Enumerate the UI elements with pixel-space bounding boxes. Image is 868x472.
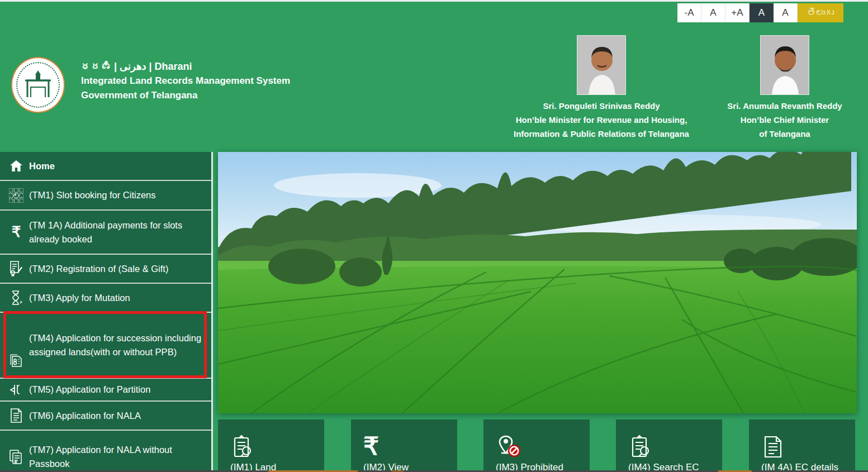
- browser-top-strip: [0, 0, 868, 2]
- font-size-controls: -A A +A A A తెలుగు: [677, 3, 843, 22]
- chief-minister-role-2: of Telangana: [700, 127, 868, 141]
- rupee-icon: ₹: [6, 223, 27, 241]
- font-decrease-button[interactable]: -A: [677, 3, 701, 22]
- sidebar-item-label: (TM6) Application for NALA: [27, 409, 141, 423]
- site-subtitle: Integrated Land Records Management Syste…: [81, 74, 290, 88]
- site-government: Government of Telangana: [81, 88, 290, 103]
- sidebar-item-label: (TM7) Application for NALA without Passb…: [27, 443, 202, 471]
- contrast-dark-button[interactable]: A: [750, 3, 774, 22]
- sidebar-item-label: (TM 1A) Additional payments for slots al…: [27, 218, 202, 246]
- sidebar-item-label: (TM4) Application for succession includi…: [27, 331, 202, 359]
- minister-revenue-name: Sri. Ponguleti Srinivas Reddy: [497, 99, 705, 113]
- card-im1-land[interactable]: (IM1) Land: [218, 419, 324, 472]
- clipboard-search-icon: [628, 434, 654, 462]
- chief-minister-role-1: Hon’ble Chief Minister: [700, 113, 868, 127]
- sidebar-menu: Home (TM1) Slot booking for Citizens ₹ (…: [0, 152, 213, 472]
- sidebar-item-tm5-partition[interactable]: (TM5) Application for Partition: [0, 379, 211, 402]
- succession-document-icon: [6, 354, 27, 374]
- font-normal-button[interactable]: A: [701, 3, 725, 22]
- document-lines-icon: [761, 434, 786, 462]
- telangana-government-logo[interactable]: [11, 57, 65, 113]
- hero-field-image: [218, 152, 857, 413]
- stacked-documents-icon: [6, 449, 27, 465]
- site-title: ధరణి | دهرنى | Dharani: [81, 59, 290, 74]
- chief-minister-portrait: [761, 36, 809, 95]
- telugu-language-button[interactable]: తెలుగు: [798, 3, 843, 22]
- sidebar-item-label: Home: [27, 159, 55, 173]
- home-icon: [6, 160, 27, 172]
- card-im3-prohibited[interactable]: (IM3) Prohibited: [483, 419, 590, 472]
- minister-revenue-caption: Sri. Ponguleti Srinivas Reddy Hon’ble Mi…: [497, 99, 705, 141]
- paddy-field-illustration: [218, 152, 857, 413]
- chief-minister-photo: [760, 35, 809, 95]
- sidebar-item-label: (TM3) Apply for Mutation: [27, 291, 130, 305]
- document-icon: [6, 408, 27, 423]
- sidebar-item-tm1a-additional-payments[interactable]: ₹ (TM 1A) Additional payments for slots …: [0, 211, 211, 255]
- minister-revenue-role-1: Hon’ble Minister for Revenue and Housing…: [497, 113, 705, 127]
- slot-grid-icon: [6, 188, 27, 203]
- logo-arch-icon: [23, 68, 53, 102]
- sidebar-item-tm7-nala-without-passbook[interactable]: (TM7) Application for NALA without Passb…: [0, 431, 211, 472]
- sidebar-item-tm1-slot-booking[interactable]: (TM1) Slot booking for Citizens: [0, 181, 211, 211]
- logo-emblem: [16, 62, 60, 108]
- card-im2-view[interactable]: ₹ (IM2) View: [351, 419, 457, 472]
- contrast-light-button[interactable]: A: [774, 3, 798, 22]
- card-im4a-ec-details[interactable]: (IM 4A) EC details: [749, 419, 855, 472]
- chief-minister-name: Sri. Anumula Revanth Reddy: [700, 99, 868, 113]
- sidebar-item-label: (TM2) Registration of (Sale & Gift): [27, 262, 168, 276]
- minister-revenue-role-2: Information & Public Relations of Telang…: [497, 127, 705, 141]
- chief-minister-caption: Sri. Anumula Revanth Reddy Hon’ble Chief…: [700, 99, 868, 141]
- clipboard-search-icon: [230, 434, 256, 462]
- minister-portrait: [577, 36, 626, 95]
- sidebar-item-tm6-nala[interactable]: (TM6) Application for NALA: [0, 402, 211, 431]
- rupee-icon: ₹: [363, 434, 379, 459]
- hourglass-icon: [6, 290, 27, 306]
- sidebar-item-tm4-succession[interactable]: (TM4) Application for succession includi…: [0, 313, 211, 379]
- font-increase-button[interactable]: +A: [725, 3, 750, 22]
- sidebar-item-tm2-registration[interactable]: (TM2) Registration of (Sale & Gift): [0, 255, 211, 284]
- sidebar-item-home[interactable]: Home: [0, 152, 211, 181]
- card-im4-search-ec[interactable]: (IM4) Search EC: [616, 419, 722, 472]
- partition-icon: [6, 384, 27, 396]
- minister-revenue-block: Sri. Ponguleti Srinivas Reddy Hon’ble Mi…: [497, 35, 705, 141]
- pin-prohibited-icon: [496, 434, 523, 462]
- sidebar-item-label: (TM5) Application for Partition: [27, 383, 150, 397]
- site-title-block: ధరణి | دهرنى | Dharani Integrated Land R…: [81, 59, 290, 103]
- chief-minister-block: Sri. Anumula Revanth Reddy Hon’ble Chief…: [700, 35, 868, 141]
- sidebar-item-tm3-mutation[interactable]: (TM3) Apply for Mutation: [0, 284, 211, 313]
- registration-document-icon: [6, 261, 27, 276]
- sidebar-item-label: (TM1) Slot booking for Citizens: [27, 188, 156, 202]
- minister-revenue-photo: [577, 35, 626, 95]
